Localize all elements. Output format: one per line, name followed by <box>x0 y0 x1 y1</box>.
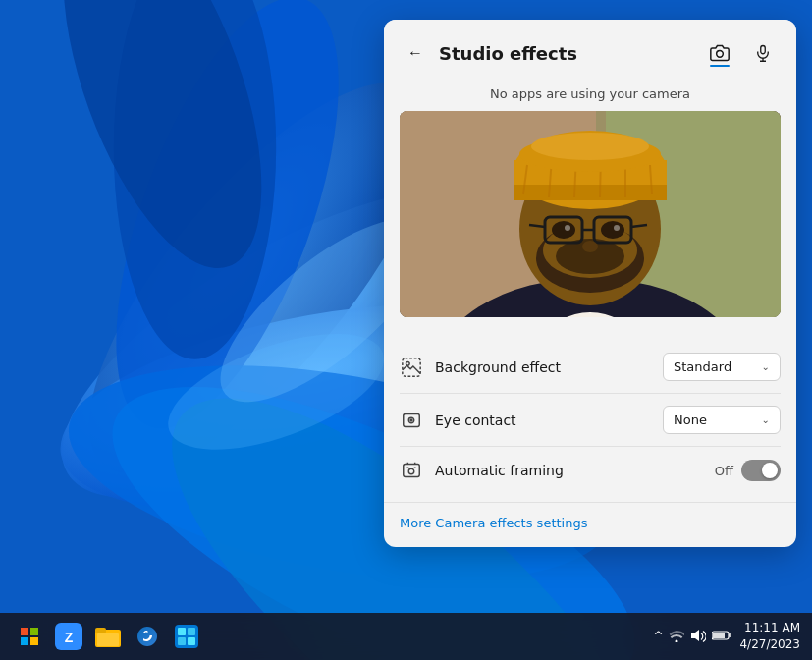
microphone-header-button[interactable] <box>745 35 781 71</box>
eye-contact-row: Eye contact None ⌄ <box>400 393 781 446</box>
battery-icon[interactable] <box>712 629 731 644</box>
camera-header-button[interactable] <box>702 35 737 71</box>
svg-rect-70 <box>729 633 731 637</box>
background-effect-icon <box>400 356 423 379</box>
background-effect-row: Background effect Standard ⌄ <box>400 341 781 393</box>
svg-rect-61 <box>97 633 119 646</box>
automatic-framing-label: Automatic framing <box>435 463 703 478</box>
automatic-framing-control: Off <box>715 460 781 481</box>
svg-rect-56 <box>30 637 38 645</box>
automatic-framing-row: Automatic framing Off <box>400 446 781 494</box>
background-effect-dropdown[interactable]: Standard ⌄ <box>663 353 781 381</box>
taskbar-time[interactable]: 11:11 AM 4/27/2023 <box>739 620 800 653</box>
show-hidden-icon[interactable]: ^ <box>653 630 663 643</box>
svg-rect-37 <box>514 185 667 200</box>
automatic-framing-off-label: Off <box>715 464 733 478</box>
svg-rect-53 <box>21 628 28 635</box>
volume-icon[interactable] <box>690 629 706 645</box>
panel-header: ← Studio effects <box>384 20 796 82</box>
svg-point-50 <box>410 419 412 421</box>
time-display: 11:11 AM <box>739 620 800 636</box>
svg-rect-54 <box>30 628 38 635</box>
svg-rect-12 <box>761 46 766 54</box>
more-settings-link[interactable]: More Camera effects settings <box>400 516 587 530</box>
background-effect-value: Standard <box>674 359 731 374</box>
back-button[interactable]: ← <box>400 37 431 69</box>
svg-rect-63 <box>178 628 186 635</box>
date-display: 4/27/2023 <box>739 636 800 653</box>
eye-contact-chevron: ⌄ <box>762 414 770 425</box>
svg-rect-66 <box>188 637 195 645</box>
svg-point-31 <box>601 221 624 239</box>
background-effect-chevron: ⌄ <box>762 361 770 372</box>
more-settings-section: More Camera effects settings <box>384 502 796 547</box>
svg-point-33 <box>614 225 620 231</box>
background-effect-control: Standard ⌄ <box>663 353 781 381</box>
camera-preview <box>400 111 781 317</box>
svg-rect-51 <box>404 465 420 477</box>
eye-contact-icon <box>400 409 423 432</box>
svg-point-11 <box>717 51 724 58</box>
svg-rect-60 <box>95 628 106 633</box>
svg-rect-64 <box>188 628 195 635</box>
system-tray: ^ <box>653 629 731 645</box>
no-camera-message: No apps are using your camera <box>384 82 796 111</box>
studio-effects-panel: ← Studio effects <box>384 20 796 547</box>
automatic-framing-toggle-container: Off <box>715 460 781 481</box>
store-taskbar-icon[interactable] <box>169 619 204 654</box>
svg-point-52 <box>408 468 414 474</box>
start-button[interactable] <box>12 619 47 654</box>
svg-marker-67 <box>691 630 699 641</box>
taskbar-right: ^ <box>653 620 800 653</box>
zoom-taskbar-icon[interactable]: Z <box>51 619 86 654</box>
settings-section: Background effect Standard ⌄ Eye contact <box>384 333 796 502</box>
background-effect-label: Background effect <box>435 359 651 375</box>
svg-rect-65 <box>178 637 186 645</box>
taskbar: Z <box>0 613 812 660</box>
automatic-framing-toggle[interactable] <box>741 460 781 481</box>
eye-contact-value: None <box>674 412 707 427</box>
camera-preview-image <box>400 111 781 317</box>
edge-taskbar-icon[interactable] <box>130 619 165 654</box>
taskbar-left: Z <box>12 619 653 654</box>
toggle-thumb <box>762 463 778 478</box>
eye-contact-control: None ⌄ <box>663 406 781 434</box>
automatic-framing-icon <box>400 459 423 482</box>
file-explorer-taskbar-icon[interactable] <box>90 619 126 654</box>
svg-rect-55 <box>21 637 28 645</box>
svg-rect-69 <box>713 632 725 638</box>
svg-point-32 <box>565 225 570 231</box>
header-icons <box>702 35 781 71</box>
eye-contact-label: Eye contact <box>435 412 651 428</box>
svg-point-34 <box>582 241 598 252</box>
wifi-icon[interactable] <box>669 629 684 645</box>
panel-title: Studio effects <box>439 43 694 64</box>
eye-contact-dropdown[interactable]: None ⌄ <box>663 406 781 434</box>
svg-point-45 <box>531 133 649 160</box>
svg-point-30 <box>552 221 575 239</box>
svg-text:Z: Z <box>65 630 74 645</box>
